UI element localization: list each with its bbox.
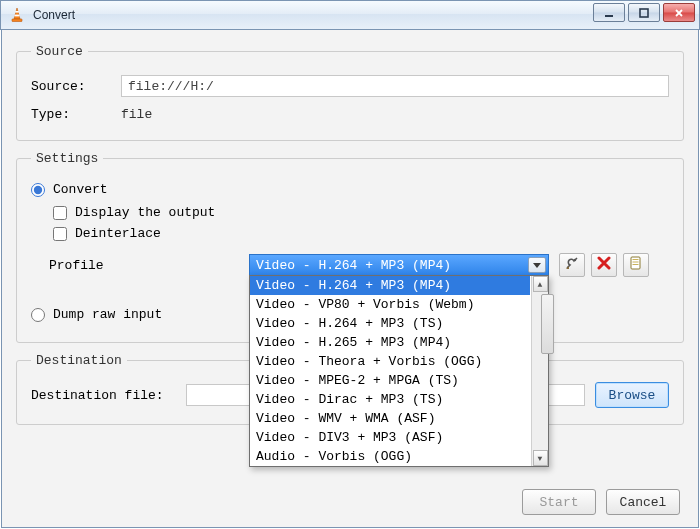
destination-file-label: Destination file: (31, 388, 186, 403)
display-output-checkbox[interactable] (53, 206, 67, 220)
svg-rect-1 (15, 11, 19, 13)
profile-option[interactable]: Video - H.265 + MP3 (MP4) (250, 333, 530, 352)
settings-legend: Settings (31, 151, 103, 166)
svg-rect-4 (640, 9, 648, 17)
scroll-down-icon[interactable]: ▼ (533, 450, 548, 466)
profile-option[interactable]: Video - MPEG-2 + MPGA (TS) (250, 371, 530, 390)
profile-selected-text: Video - H.264 + MP3 (MP4) (256, 258, 451, 273)
convert-label: Convert (53, 182, 108, 197)
window-controls (593, 3, 695, 22)
scroll-thumb[interactable] (541, 294, 554, 354)
delete-profile-button[interactable] (591, 253, 617, 277)
close-button[interactable] (663, 3, 695, 22)
type-value: file (121, 107, 152, 122)
convert-radio[interactable] (31, 183, 45, 197)
chevron-down-icon (528, 257, 546, 273)
type-label: Type: (31, 107, 121, 122)
delete-icon (597, 256, 611, 274)
minimize-button[interactable] (593, 3, 625, 22)
scroll-up-icon[interactable]: ▲ (533, 276, 548, 292)
settings-group: Settings Convert Display the output Dein… (16, 151, 684, 343)
dialog-footer: Start Cancel (522, 489, 680, 515)
svg-rect-0 (12, 19, 22, 22)
window-title: Convert (33, 8, 75, 22)
svg-rect-3 (605, 15, 613, 17)
profile-option[interactable]: Video - Dirac + MP3 (TS) (250, 390, 530, 409)
profile-option[interactable]: Video - DIV3 + MP3 (ASF) (250, 428, 530, 447)
svg-point-5 (574, 259, 576, 261)
dump-raw-label: Dump raw input (53, 307, 162, 322)
client-area: Source Source: Type: file Settings Conve… (1, 30, 699, 528)
display-output-label: Display the output (75, 205, 215, 220)
browse-button[interactable]: Browse (595, 382, 669, 408)
new-profile-icon (629, 256, 643, 274)
source-group: Source Source: Type: file (16, 44, 684, 141)
profile-combobox[interactable]: Video - H.264 + MP3 (MP4) (249, 254, 549, 276)
source-input[interactable] (121, 75, 669, 97)
profile-option[interactable]: Video - WMV + WMA (ASF) (250, 409, 530, 428)
profile-option[interactable]: Video - H.264 + MP3 (MP4) (250, 276, 530, 295)
profile-option[interactable]: Audio - Vorbis (OGG) (250, 447, 530, 466)
profile-option[interactable]: Video - H.264 + MP3 (TS) (250, 314, 530, 333)
svg-rect-7 (633, 259, 639, 260)
svg-rect-9 (633, 264, 639, 265)
maximize-button[interactable] (628, 3, 660, 22)
profile-dropdown: Video - H.264 + MP3 (MP4)Video - VP80 + … (249, 275, 549, 467)
titlebar: Convert (0, 0, 700, 30)
svg-rect-2 (14, 15, 19, 17)
tools-icon (564, 255, 580, 275)
profile-tool-buttons (559, 253, 649, 277)
profile-label: Profile (49, 258, 249, 273)
svg-rect-8 (633, 262, 639, 263)
deinterlace-checkbox[interactable] (53, 227, 67, 241)
deinterlace-label: Deinterlace (75, 226, 161, 241)
edit-profile-button[interactable] (559, 253, 585, 277)
vlc-app-icon (9, 7, 25, 23)
start-button[interactable]: Start (522, 489, 596, 515)
convert-radio-row: Convert (31, 182, 669, 197)
profile-row: Profile Video - H.264 + MP3 (MP4) Video … (49, 253, 669, 277)
profile-option[interactable]: Video - VP80 + Vorbis (Webm) (250, 295, 530, 314)
dropdown-scrollbar[interactable]: ▲ ▼ (531, 276, 548, 466)
destination-legend: Destination (31, 353, 127, 368)
cancel-button[interactable]: Cancel (606, 489, 680, 515)
source-label: Source: (31, 79, 121, 94)
profile-option[interactable]: Video - Theora + Vorbis (OGG) (250, 352, 530, 371)
dump-raw-radio[interactable] (31, 308, 45, 322)
profile-combo-wrap: Video - H.264 + MP3 (MP4) Video - H.264 … (249, 254, 549, 276)
new-profile-button[interactable] (623, 253, 649, 277)
svg-rect-6 (631, 257, 640, 269)
source-legend: Source (31, 44, 88, 59)
